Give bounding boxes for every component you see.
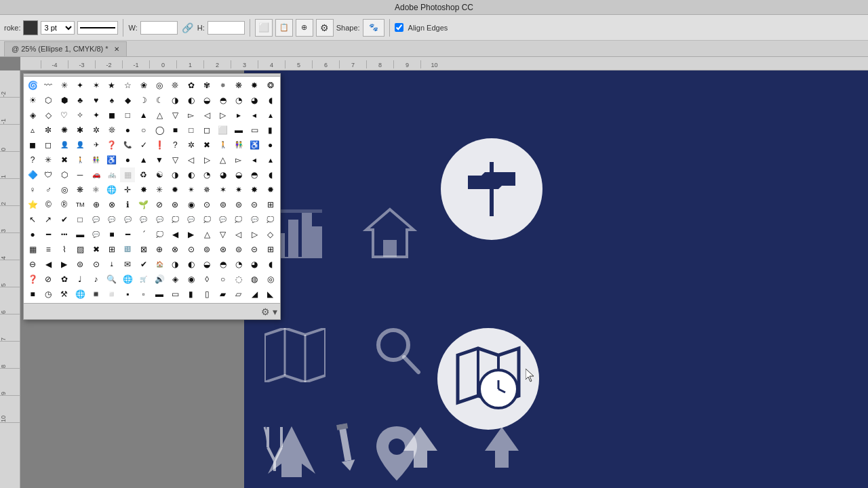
shape-cell[interactable]: ❋ xyxy=(231,78,246,93)
shape-cell[interactable]: ✓ xyxy=(136,138,151,152)
shape-cell[interactable]: 💬 xyxy=(136,212,151,227)
shape-cell[interactable]: ▷ xyxy=(199,152,214,167)
shape-cell[interactable]: ⊞ xyxy=(263,197,278,212)
shape-cell[interactable]: ✖ xyxy=(57,152,72,167)
shape-cell[interactable]: ▪ xyxy=(120,287,135,302)
shape-cell[interactable]: 🌐 xyxy=(104,182,119,197)
shape-cell[interactable]: ○ xyxy=(216,272,231,287)
shape-cell[interactable]: ✳ xyxy=(152,182,167,197)
shape-cell[interactable]: ® xyxy=(57,197,72,212)
shape-cell[interactable]: ◉ xyxy=(184,272,199,287)
shape-cell[interactable]: ◆ xyxy=(120,93,135,108)
shape-cell[interactable]: ▦ xyxy=(25,242,40,257)
shape-cell[interactable]: 📞 xyxy=(120,138,135,152)
shape-cell[interactable]: ✲ xyxy=(89,123,104,138)
shape-cell[interactable]: ❓ xyxy=(104,138,119,152)
shape-cell[interactable]: ★ xyxy=(104,78,119,93)
shape-btn[interactable]: 🐾 xyxy=(363,19,384,37)
shape-cell[interactable]: ◼ xyxy=(25,138,40,152)
shape-cell[interactable]: ⊘ xyxy=(41,272,56,287)
shape-cell[interactable]: ◔ xyxy=(199,167,214,182)
shape-cell[interactable]: ✦ xyxy=(89,108,104,123)
shape-cell[interactable]: ◻ xyxy=(199,123,214,138)
shape-cell[interactable]: ⊗ xyxy=(167,242,182,257)
shape-cell[interactable]: ■ xyxy=(167,123,182,138)
shape-cell[interactable]: ◍ xyxy=(247,272,262,287)
shape-cell[interactable]: 🌱 xyxy=(136,197,151,212)
shape-cell[interactable]: ❊ xyxy=(167,78,182,93)
shape-cell[interactable]: 💭 xyxy=(263,212,278,227)
shape-cell[interactable]: ⊞ xyxy=(104,242,119,257)
shape-cell[interactable]: ◓ xyxy=(216,257,231,272)
shape-cell[interactable]: ❊ xyxy=(104,123,119,138)
shape-cell[interactable]: ✖ xyxy=(89,242,104,257)
shape-cell[interactable]: ✶ xyxy=(89,78,104,93)
shape-cell[interactable]: ◔ xyxy=(231,93,246,108)
shape-cell[interactable]: 🚶 xyxy=(73,152,87,167)
shape-cell[interactable]: ◽ xyxy=(104,287,119,302)
shape-cell[interactable]: 🚗 xyxy=(89,167,104,182)
shape-cell[interactable]: 🌀 xyxy=(25,78,40,93)
align-edges-checkbox[interactable] xyxy=(395,23,403,32)
shape-cell[interactable]: ✹ xyxy=(263,182,278,197)
shape-cell[interactable]: 🛡 xyxy=(41,167,56,182)
shape-cell[interactable]: ⊙ xyxy=(184,242,199,257)
shape-cell[interactable]: ◕ xyxy=(247,93,262,108)
shape-cell[interactable]: ◯ xyxy=(152,123,167,138)
shape-cell[interactable]: ⊛ xyxy=(167,197,182,212)
shape-cell[interactable]: ▬ xyxy=(231,123,246,138)
shape-cell[interactable]: ▴ xyxy=(263,152,278,167)
shape-cell[interactable]: ♂ xyxy=(41,182,56,197)
shape-cell[interactable]: 💬 xyxy=(120,212,135,227)
shape-cell[interactable]: 💭 xyxy=(231,212,246,227)
shape-cell[interactable]: ♥ xyxy=(89,93,104,108)
shape-cell[interactable]: ⊚ xyxy=(199,242,214,257)
tab-close-icon[interactable]: ✕ xyxy=(114,45,119,53)
shape-cell[interactable]: 👫 xyxy=(231,138,246,152)
shape-cell[interactable]: ◈ xyxy=(167,272,182,287)
shape-cell[interactable]: ✔ xyxy=(136,257,151,272)
shape-cell[interactable]: ❋ xyxy=(73,182,87,197)
shape-cell[interactable]: ⤓ xyxy=(104,257,119,272)
shape-cell[interactable]: ✦ xyxy=(73,78,87,93)
shape-cell[interactable]: ⊜ xyxy=(231,197,246,212)
shape-cell[interactable]: ▰ xyxy=(216,287,231,302)
shape-cell[interactable]: △ xyxy=(199,227,214,242)
shape-cell[interactable]: ✿ xyxy=(184,78,199,93)
shape-cell[interactable]: ◼ xyxy=(104,108,119,123)
shape-cell[interactable]: ✴ xyxy=(184,182,199,197)
shape-cell[interactable]: ✹ xyxy=(167,182,182,197)
shape-cell[interactable]: ◇ xyxy=(263,227,278,242)
shape-cell[interactable]: ▽ xyxy=(167,108,182,123)
align-btn[interactable]: ⬜ xyxy=(255,19,273,37)
shape-cell[interactable]: ✛ xyxy=(120,182,135,197)
shape-cell[interactable]: ✳ xyxy=(57,78,72,93)
shape-cell[interactable]: ◎ xyxy=(263,272,278,287)
shape-cell[interactable]: ⊛ xyxy=(216,242,231,257)
shape-cell[interactable]: ▻ xyxy=(184,108,199,123)
shape-cell[interactable]: ⊖ xyxy=(25,257,40,272)
shape-cell[interactable]: ▬ xyxy=(73,227,87,242)
shape-cell[interactable]: ◎ xyxy=(152,78,167,93)
shape-picker-grid[interactable]: 🌀 〰 ✳ ✦ ✶ ★ ☆ ❀ ◎ ❊ ✿ ✾ ✵ ❋ ✸ ❂ ☀ ⬡ ⬢ xyxy=(24,77,280,303)
shape-cell[interactable]: 🔍 xyxy=(104,272,119,287)
shape-cell[interactable]: ✲ xyxy=(184,138,199,152)
shape-cell[interactable]: ◾ xyxy=(89,287,104,302)
shape-cell[interactable]: ❀ xyxy=(136,78,151,93)
shape-cell[interactable]: □ xyxy=(73,212,87,227)
link-icon[interactable]: 🔗 xyxy=(180,22,195,33)
stroke-size-select[interactable]: 3 pt 1 pt 2 pt 5 pt xyxy=(41,21,75,35)
shape-cell[interactable]: ▴ xyxy=(263,108,278,123)
shape-cell[interactable]: ♡ xyxy=(57,108,72,123)
shape-cell[interactable]: ✳ xyxy=(41,152,56,167)
shape-cell[interactable]: ♿ xyxy=(104,152,119,167)
shape-cell[interactable]: ⊕ xyxy=(89,197,104,212)
shape-cell[interactable]: ✧ xyxy=(73,108,87,123)
shape-cell[interactable]: ▽ xyxy=(167,152,182,167)
shape-cell[interactable]: ❓ xyxy=(25,272,40,287)
shape-cell[interactable]: TM xyxy=(73,197,87,212)
shape-cell[interactable]: ✸ xyxy=(136,182,151,197)
shape-cell[interactable]: □ xyxy=(184,123,199,138)
shape-cell[interactable]: ▵ xyxy=(25,123,40,138)
shape-cell[interactable]: ◐ xyxy=(184,167,199,182)
